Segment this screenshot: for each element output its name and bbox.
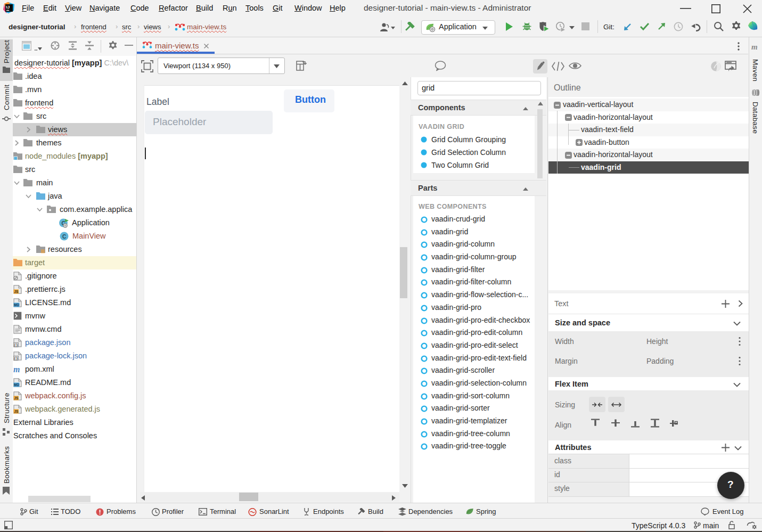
svg-text:IJ: IJ: [6, 5, 10, 10]
svg-text:JS: JS: [14, 396, 19, 400]
svg-text:MD: MD: [14, 383, 19, 387]
svg-text:{ }: { }: [14, 356, 18, 361]
svg-text:{ }: { }: [14, 343, 18, 347]
svg-text:C: C: [62, 234, 66, 240]
svg-text:m: m: [751, 43, 758, 51]
svg-text:JS: JS: [14, 410, 19, 413]
svg-text:m: m: [13, 365, 20, 373]
svg-text:MD: MD: [14, 303, 19, 307]
svg-text:JS: JS: [14, 290, 19, 293]
